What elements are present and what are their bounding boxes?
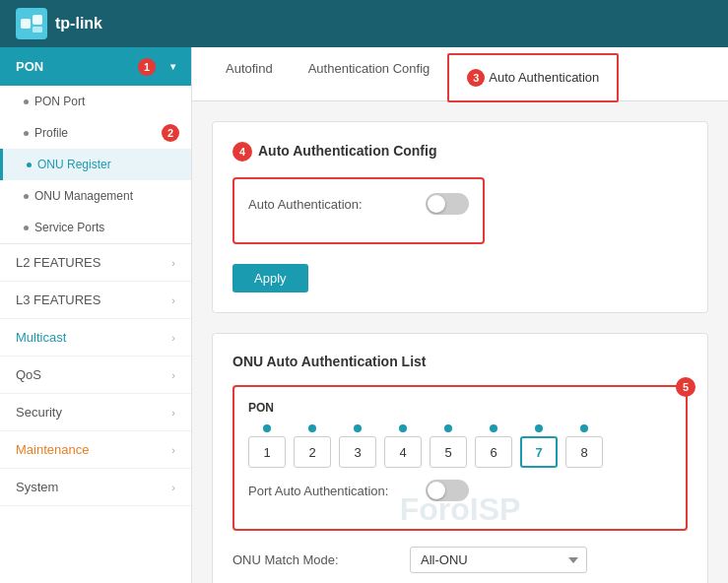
chevron-right-icon: › <box>171 444 175 456</box>
auto-auth-config-title: 4Auto Authentication Config <box>232 142 688 162</box>
system-label: System <box>16 480 58 494</box>
apply-button-top[interactable]: Apply <box>232 264 308 292</box>
auto-auth-label: Auto Authentication: <box>248 197 426 212</box>
port-box: 6 <box>475 436 512 468</box>
onu-register-label: ONU Register <box>37 158 111 171</box>
port-dot <box>535 424 543 432</box>
auto-auth-toggle-box: Auto Authentication: <box>232 177 485 244</box>
chevron-down-icon: ▾ <box>170 61 175 72</box>
svg-rect-1 <box>33 15 42 25</box>
sidebar-item-service-ports[interactable]: Service Ports <box>0 212 191 243</box>
onu-list-title: ONU Auto Authentication List <box>232 354 688 369</box>
port-box: 1 <box>248 436 286 468</box>
port-dot <box>308 424 316 432</box>
port-1[interactable]: 1 <box>248 424 286 468</box>
onu-list-card: ForoISP ONU Auto Authentication List PON… <box>212 333 708 583</box>
toggle-thumb <box>428 482 445 499</box>
port-dot <box>354 424 362 432</box>
pon-badge: 1 <box>138 58 156 76</box>
port-dot <box>490 424 497 432</box>
tab-auth-config[interactable]: Authentication Config <box>291 47 448 100</box>
pon-label: PON <box>16 59 43 74</box>
sidebar-item-l3-features[interactable]: L3 FEATURES › <box>0 282 191 319</box>
dot-icon <box>27 162 32 167</box>
tab-auto-auth[interactable]: 3Auto Authentication <box>447 53 619 102</box>
port-box: 3 <box>339 436 376 468</box>
tabs-bar: Autofind Authentication Config 3Auto Aut… <box>192 47 728 101</box>
dot-icon <box>24 131 29 136</box>
chevron-right-icon: › <box>171 482 175 493</box>
sidebar-item-security[interactable]: Security › <box>0 394 191 431</box>
port-box: 4 <box>384 436 422 468</box>
sidebar: PON 1 ▾ PON Port Profile 2 ONU Register … <box>0 47 192 583</box>
chevron-right-icon: › <box>171 332 175 344</box>
service-ports-label: Service Ports <box>34 221 104 234</box>
svg-rect-0 <box>21 19 31 29</box>
port-2[interactable]: 2 <box>294 424 331 468</box>
pon-ports-box: PON 1 2 3 <box>232 385 688 531</box>
auto-auth-toggle[interactable] <box>426 193 469 215</box>
port-auth-row: Port Auto Authentication: <box>248 480 672 501</box>
chevron-right-icon: › <box>171 407 175 419</box>
port-4[interactable]: 4 <box>384 424 422 468</box>
badge-3: 3 <box>467 69 485 87</box>
badge-5: 5 <box>676 377 695 397</box>
security-label: Security <box>16 405 62 420</box>
chevron-right-icon: › <box>171 369 175 381</box>
port-5[interactable]: 5 <box>430 424 467 468</box>
port-box: 2 <box>294 436 331 468</box>
auto-auth-config-card: 4Auto Authentication Config Auto Authent… <box>212 121 708 313</box>
port-3[interactable]: 3 <box>339 424 376 468</box>
main-layout: PON 1 ▾ PON Port Profile 2 ONU Register … <box>0 47 728 583</box>
port-dot <box>263 424 271 432</box>
maintenance-label: Maintenance <box>16 442 89 457</box>
sidebar-item-system[interactable]: System › <box>0 469 191 506</box>
brand-name: tp-link <box>55 15 102 32</box>
port-box: 5 <box>430 436 467 468</box>
port-auth-toggle[interactable] <box>426 480 469 501</box>
onu-match-select[interactable]: All-ONU SN Password <box>410 547 587 573</box>
sidebar-item-profile[interactable]: Profile 2 <box>0 117 191 149</box>
sidebar-item-maintenance[interactable]: Maintenance › <box>0 431 191 469</box>
onu-match-label: ONU Match Mode: <box>232 552 410 567</box>
profile-badge: 2 <box>162 124 179 142</box>
sidebar-item-pon[interactable]: PON 1 ▾ <box>0 47 191 86</box>
ports-grid: 1 2 3 4 <box>248 424 672 468</box>
port-dot <box>399 424 407 432</box>
badge-4: 4 <box>232 142 252 162</box>
main-content: Autofind Authentication Config 3Auto Aut… <box>192 47 728 583</box>
toggle-track <box>426 193 469 215</box>
profile-label: Profile <box>34 126 68 140</box>
sidebar-item-multicast[interactable]: Multicast › <box>0 319 191 356</box>
qos-label: QoS <box>16 367 41 382</box>
pon-ports-label: PON <box>248 401 672 415</box>
tab-autofind[interactable]: Autofind <box>208 47 291 100</box>
content-body: 4Auto Authentication Config Auto Authent… <box>192 101 728 583</box>
sidebar-item-onu-register[interactable]: ONU Register <box>0 149 191 180</box>
auto-auth-form-row: Auto Authentication: <box>248 193 469 215</box>
toggle-track <box>426 480 469 501</box>
sidebar-item-onu-management[interactable]: ONU Management <box>0 180 191 212</box>
l3-features-label: L3 FEATURES <box>16 292 100 307</box>
toggle-thumb <box>428 195 445 213</box>
dot-icon <box>24 99 29 104</box>
sidebar-item-l2-features[interactable]: L2 FEATURES › <box>0 244 191 282</box>
port-7[interactable]: 7 <box>520 424 558 468</box>
sidebar-item-pon-port[interactable]: PON Port <box>0 86 191 117</box>
port-auth-label: Port Auto Authentication: <box>248 484 426 498</box>
onu-match-row: ONU Match Mode: All-ONU SN Password <box>232 547 688 573</box>
logo: tp-link <box>16 8 102 39</box>
port-8[interactable]: 8 <box>565 424 603 468</box>
port-dot <box>444 424 452 432</box>
chevron-right-icon: › <box>171 294 175 306</box>
svg-rect-2 <box>33 27 42 32</box>
multicast-label: Multicast <box>16 330 66 345</box>
l2-features-label: L2 FEATURES <box>16 255 100 270</box>
chevron-right-icon: › <box>171 257 175 269</box>
port-box-selected: 7 <box>520 436 558 468</box>
sidebar-item-qos[interactable]: QoS › <box>0 356 191 394</box>
pon-port-label: PON Port <box>34 95 85 108</box>
onu-management-label: ONU Management <box>34 189 133 203</box>
port-dot <box>580 424 588 432</box>
port-6[interactable]: 6 <box>475 424 512 468</box>
